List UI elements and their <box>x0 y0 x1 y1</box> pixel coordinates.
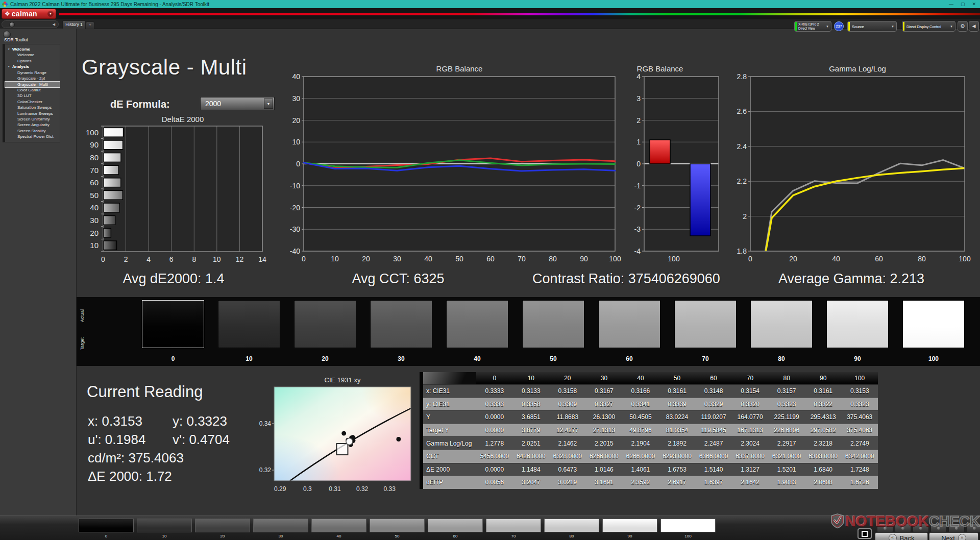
svg-text:50: 50 <box>90 191 99 200</box>
gray-swatch-label: 30 <box>370 355 432 362</box>
media-button[interactable] <box>895 524 911 532</box>
table-cell: 2.3218 <box>805 440 842 447</box>
sidebar-group-analysis[interactable]: ▾Analysis <box>5 64 60 70</box>
sidebar-item-options[interactable]: Options <box>5 58 60 63</box>
tab-history-1[interactable]: History 1 <box>62 20 86 29</box>
de-formula-value: 2000 <box>205 100 221 108</box>
calman-menu-button[interactable]: ❖ calman ▼ <box>2 9 56 19</box>
stop-button[interactable] <box>857 528 872 539</box>
sidebar-item-dynamic-range[interactable]: Dynamic Range <box>5 70 60 76</box>
svg-text:80: 80 <box>918 255 926 263</box>
table-column-header: 10 <box>513 375 550 382</box>
table-cell: 6366.0000 <box>695 453 732 460</box>
gray-swatch-60 <box>598 300 660 348</box>
settings-gear-button[interactable]: ⚙ <box>958 21 968 32</box>
table-row-label: CCT <box>423 453 476 460</box>
tree-expand-icon: ▾ <box>8 47 10 51</box>
pattern-swatch-label: 30 <box>253 534 308 538</box>
add-tab-button[interactable]: + <box>86 21 94 29</box>
pattern-swatch-80[interactable] <box>544 519 599 532</box>
sidebar-item-welcome[interactable]: Welcome <box>5 52 60 58</box>
svg-text:20: 20 <box>362 255 370 263</box>
table-cell: 12.4277 <box>549 427 586 434</box>
svg-text:-4: -4 <box>634 247 641 255</box>
svg-text:-3: -3 <box>634 225 641 233</box>
pattern-swatch-50[interactable] <box>370 519 425 532</box>
pattern-swatch-60[interactable] <box>428 519 483 532</box>
table-cell: 0.3323 <box>768 401 805 408</box>
next-button[interactable]: Next » <box>929 532 978 540</box>
pattern-swatch-label: 50 <box>370 534 425 538</box>
table-cell: 6266.0000 <box>586 453 623 460</box>
pattern-swatch-20[interactable] <box>195 519 250 532</box>
svg-text:20: 20 <box>90 229 99 237</box>
sidebar-item-screen-stability[interactable]: Screen Stability <box>5 128 60 134</box>
meter-name: X-Rite i1Pro 2 <box>798 22 819 26</box>
display-control-dropdown[interactable]: Direct Display Control ▼ <box>902 21 955 32</box>
sidebar-item-color-gamut[interactable]: Color Gamut <box>5 87 60 93</box>
pattern-swatch-label: 60 <box>428 534 483 538</box>
close-button[interactable]: ✕ <box>972 2 976 7</box>
de-formula-dropdown[interactable]: 2000 ▼ <box>200 97 275 110</box>
table-cell: 1.2778 <box>476 440 513 447</box>
sidebar-item-3d-lut[interactable]: 3D LUT <box>5 93 60 99</box>
collapse-sidebar-icon[interactable]: ◀ <box>51 21 57 27</box>
maximize-button[interactable]: ▢ <box>961 2 965 7</box>
gray-swatch-label: 40 <box>446 355 508 362</box>
sidebar-item-spectral-power-dist-[interactable]: Spectral Power Dist. <box>5 134 60 139</box>
svg-text:-1: -1 <box>634 182 641 190</box>
sidebar: SDR Toolkit ▾WelcomeWelcomeOptions▾Analy… <box>0 29 77 516</box>
pattern-swatch-0[interactable] <box>79 519 134 532</box>
table-cell: 0.0056 <box>476 479 513 486</box>
tree-expand-icon: ▾ <box>8 65 10 68</box>
pattern-swatch-90[interactable] <box>602 519 657 532</box>
svg-text:4: 4 <box>146 255 151 263</box>
pattern-swatch-40[interactable] <box>311 519 366 532</box>
sidebar-item-screen-angularity[interactable]: Screen Angularity <box>5 122 60 128</box>
table-cell: 1.3127 <box>732 466 769 473</box>
svg-text:0: 0 <box>101 255 105 263</box>
svg-text:-20: -20 <box>290 204 300 212</box>
sidebar-item-saturation-sweeps[interactable]: Saturation Sweeps <box>5 105 60 110</box>
pattern-swatch-100[interactable] <box>660 519 716 532</box>
next-label: Next <box>941 534 955 540</box>
media-button[interactable] <box>930 524 947 532</box>
sidebar-item-grayscale-2pt[interactable]: Grayscale - 2pt <box>5 76 60 81</box>
media-button[interactable] <box>966 524 980 532</box>
media-button[interactable] <box>948 524 965 532</box>
sidebar-item-grayscale-multi[interactable]: Grayscale - Multi <box>5 82 60 87</box>
table-row-label: Target Y <box>423 427 476 434</box>
media-button[interactable] <box>913 524 929 532</box>
current-reading-title: Current Reading <box>87 383 203 401</box>
sidebar-item-luminance-sweeps[interactable]: Luminance Sweeps <box>5 110 60 116</box>
pattern-swatch-70[interactable] <box>486 519 541 532</box>
pattern-swatch-10[interactable] <box>137 519 192 532</box>
back-button[interactable]: « Back <box>875 532 928 540</box>
minimize-button[interactable]: — <box>949 2 953 7</box>
workspace-pill[interactable]: ◀ <box>2 20 59 28</box>
svg-text:60: 60 <box>875 255 883 263</box>
gray-swatch-40 <box>446 300 508 348</box>
svg-text:2: 2 <box>743 212 747 220</box>
window-title: Calman 2022 Calman Ultimate for Business… <box>10 2 209 7</box>
table-column-header: 20 <box>549 375 586 382</box>
svg-text:3: 3 <box>636 94 641 103</box>
calman-diamond-icon: ❖ <box>5 10 10 17</box>
table-row: Target Y0.00003.877912.427727.131349.879… <box>423 424 878 437</box>
sidebar-group-welcome[interactable]: ▾Welcome <box>5 46 60 52</box>
table-cell: 5456.0000 <box>476 453 513 460</box>
pattern-swatch-30[interactable] <box>253 519 308 532</box>
meter-dropdown[interactable]: X-Rite i1Pro 2 Direct View ▼ <box>794 21 831 32</box>
sidebar-item-colorchecker[interactable]: ColorChecker <box>5 99 60 105</box>
table-cell: 1.9083 <box>768 479 805 486</box>
table-cell: 2.1892 <box>659 440 696 447</box>
back-chevron-icon: « <box>889 534 897 540</box>
table-cell: 27.1313 <box>586 427 623 434</box>
sidebar-item-screen-uniformity[interactable]: Screen Uniformity <box>5 116 60 122</box>
media-button[interactable] <box>877 524 893 532</box>
svg-text:1.8: 1.8 <box>737 247 747 255</box>
collapse-panel-button[interactable]: ◀ <box>969 21 979 32</box>
source-dropdown[interactable]: Source ▼ <box>847 21 897 32</box>
source-accent <box>848 22 850 31</box>
table-cell: 6426.0000 <box>513 453 550 460</box>
